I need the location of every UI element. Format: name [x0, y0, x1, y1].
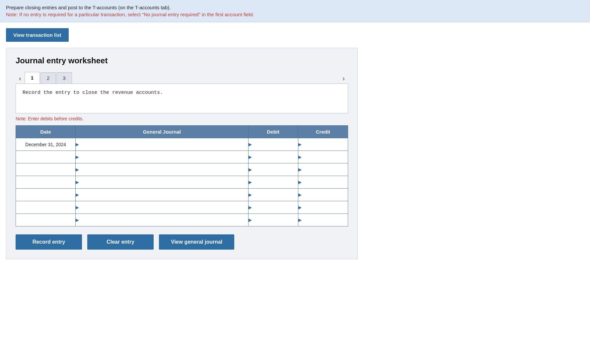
debit-cell-1[interactable]: ▶: [248, 151, 298, 163]
view-transaction-list-button[interactable]: View transaction list: [6, 28, 69, 42]
tab-next-arrow[interactable]: ›: [339, 73, 348, 84]
row-arrow-icon-5: ▶: [76, 205, 79, 210]
row-arrow-icon-0: ▶: [76, 142, 79, 147]
debit-input-0[interactable]: [253, 138, 298, 151]
date-cell-4: [16, 189, 76, 201]
table-row: ▶▶▶: [16, 201, 348, 214]
date-cell-3: [16, 176, 76, 189]
credit-input-4[interactable]: [302, 189, 348, 201]
worksheet-container: Journal entry worksheet ‹ 1 2 3 › Record…: [6, 48, 358, 259]
gj-input-3[interactable]: [80, 176, 248, 188]
debit-cell-2[interactable]: ▶: [248, 163, 298, 176]
gj-cell-6[interactable]: ▶: [76, 214, 249, 226]
tab-description: Record the entry to close the revenue ac…: [16, 84, 348, 113]
debit-cell-6[interactable]: ▶: [248, 214, 298, 226]
tab-1[interactable]: 1: [25, 72, 40, 84]
credit-cell-5[interactable]: ▶: [298, 201, 348, 214]
debit-cell-0[interactable]: ▶: [248, 138, 298, 151]
date-cell-0: December 31, 2024: [16, 138, 76, 151]
debit-input-4[interactable]: [253, 189, 298, 201]
date-cell-2: [16, 163, 76, 176]
debit-arrow-icon-3: ▶: [249, 180, 252, 185]
gj-cell-2[interactable]: ▶: [76, 163, 249, 176]
worksheet-title: Journal entry worksheet: [16, 56, 348, 65]
gj-cell-4[interactable]: ▶: [76, 189, 249, 201]
credit-arrow-icon-1: ▶: [298, 154, 302, 159]
gj-cell-3[interactable]: ▶: [76, 176, 249, 189]
debit-cell-3[interactable]: ▶: [248, 176, 298, 189]
credit-input-6[interactable]: [302, 214, 348, 226]
tab-navigation: ‹ 1 2 3 ›: [16, 72, 348, 84]
main-instruction: Prepare closing entries and post to the …: [6, 5, 584, 10]
debit-input-1[interactable]: [253, 151, 298, 163]
row-arrow-icon-2: ▶: [76, 167, 79, 172]
gj-input-2[interactable]: [80, 163, 248, 176]
view-general-journal-button[interactable]: View general journal: [159, 234, 234, 250]
col-header-debit: Debit: [248, 126, 298, 138]
debit-arrow-icon-6: ▶: [249, 217, 252, 222]
note-instruction: Note: If no entry is required for a part…: [6, 12, 584, 17]
debit-arrow-icon-5: ▶: [249, 205, 252, 210]
debit-input-2[interactable]: [253, 163, 298, 176]
credit-arrow-icon-0: ▶: [298, 142, 302, 147]
table-row: ▶▶▶: [16, 163, 348, 176]
date-cell-1: [16, 151, 76, 163]
credit-arrow-icon-2: ▶: [298, 167, 302, 172]
credit-cell-6[interactable]: ▶: [298, 214, 348, 226]
table-row: December 31, 2024▶▶▶: [16, 138, 348, 151]
credit-arrow-icon-6: ▶: [298, 217, 302, 222]
gj-cell-0[interactable]: ▶: [76, 138, 249, 151]
debit-cell-5[interactable]: ▶: [248, 201, 298, 214]
record-entry-button[interactable]: Record entry: [16, 234, 82, 250]
credit-arrow-icon-4: ▶: [298, 192, 302, 197]
bottom-buttons: Record entry Clear entry View general jo…: [16, 234, 348, 250]
debit-arrow-icon-4: ▶: [249, 192, 252, 197]
tab-prev-arrow[interactable]: ‹: [16, 73, 25, 84]
debit-arrow-icon-1: ▶: [249, 154, 252, 159]
tab-2[interactable]: 2: [40, 72, 56, 84]
debit-arrow-icon-0: ▶: [249, 142, 252, 147]
credit-cell-0[interactable]: ▶: [298, 138, 348, 151]
row-arrow-icon-6: ▶: [76, 217, 79, 222]
credit-cell-2[interactable]: ▶: [298, 163, 348, 176]
table-row: ▶▶▶: [16, 214, 348, 226]
gj-input-6[interactable]: [80, 214, 248, 226]
debit-cell-4[interactable]: ▶: [248, 189, 298, 201]
credit-input-1[interactable]: [302, 151, 348, 163]
col-header-gj: General Journal: [76, 126, 249, 138]
gj-cell-5[interactable]: ▶: [76, 201, 249, 214]
gj-input-4[interactable]: [80, 189, 248, 201]
date-cell-6: [16, 214, 76, 226]
gj-input-0[interactable]: [80, 138, 248, 151]
table-row: ▶▶▶: [16, 189, 348, 201]
row-arrow-icon-1: ▶: [76, 154, 79, 159]
table-row: ▶▶▶: [16, 151, 348, 163]
tab-3[interactable]: 3: [56, 72, 72, 84]
gj-input-5[interactable]: [80, 201, 248, 213]
gj-input-1[interactable]: [80, 151, 248, 163]
credit-input-2[interactable]: [302, 163, 348, 176]
credit-cell-1[interactable]: ▶: [298, 151, 348, 163]
col-header-date: Date: [16, 126, 76, 138]
date-cell-5: [16, 201, 76, 214]
credit-arrow-icon-3: ▶: [298, 180, 302, 185]
debit-note: Note: Enter debits before credits.: [16, 116, 348, 121]
debit-input-5[interactable]: [253, 201, 298, 213]
debit-arrow-icon-2: ▶: [249, 167, 252, 172]
row-arrow-icon-4: ▶: [76, 192, 79, 197]
gj-cell-1[interactable]: ▶: [76, 151, 249, 163]
credit-input-0[interactable]: [302, 138, 348, 151]
credit-cell-3[interactable]: ▶: [298, 176, 348, 189]
credit-input-3[interactable]: [302, 176, 348, 188]
col-header-credit: Credit: [298, 126, 348, 138]
journal-table: Date General Journal Debit Credit Decemb…: [16, 125, 348, 226]
credit-input-5[interactable]: [302, 201, 348, 213]
debit-input-6[interactable]: [253, 214, 298, 226]
row-arrow-icon-3: ▶: [76, 180, 79, 185]
credit-cell-4[interactable]: ▶: [298, 189, 348, 201]
clear-entry-button[interactable]: Clear entry: [87, 234, 154, 250]
debit-input-3[interactable]: [253, 176, 298, 188]
credit-arrow-icon-5: ▶: [298, 205, 302, 210]
table-row: ▶▶▶: [16, 176, 348, 189]
top-banner: Prepare closing entries and post to the …: [0, 0, 590, 22]
